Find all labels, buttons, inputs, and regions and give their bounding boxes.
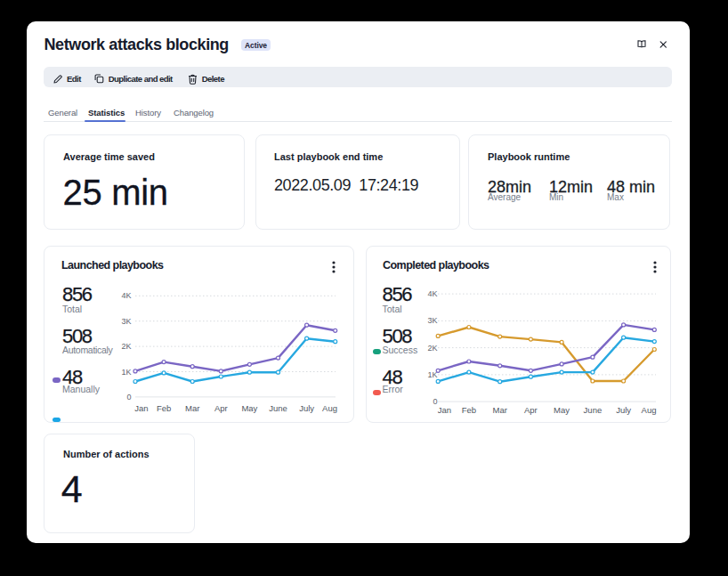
svg-text:Jan: Jan bbox=[134, 403, 148, 413]
svg-text:Apr: Apr bbox=[524, 405, 538, 415]
svg-text:July: July bbox=[616, 405, 631, 415]
svg-text:0: 0 bbox=[433, 397, 437, 406]
svg-text:May: May bbox=[554, 405, 570, 415]
svg-text:Apr: Apr bbox=[214, 403, 228, 413]
svg-text:3K: 3K bbox=[427, 316, 437, 325]
svg-text:4K: 4K bbox=[427, 289, 437, 298]
svg-text:June: June bbox=[269, 403, 287, 413]
svg-text:2K: 2K bbox=[427, 344, 437, 353]
svg-text:Feb: Feb bbox=[157, 403, 171, 413]
svg-text:Jan: Jan bbox=[438, 405, 451, 415]
svg-text:May: May bbox=[241, 403, 257, 413]
svg-text:Aug: Aug bbox=[322, 403, 337, 413]
svg-text:Aug: Aug bbox=[642, 405, 657, 415]
svg-text:1K: 1K bbox=[121, 368, 131, 377]
svg-text:0: 0 bbox=[126, 393, 131, 402]
svg-text:3K: 3K bbox=[121, 317, 131, 326]
svg-text:June: June bbox=[584, 405, 603, 415]
svg-text:Feb: Feb bbox=[462, 405, 476, 415]
svg-text:Mar: Mar bbox=[493, 405, 507, 415]
svg-text:4K: 4K bbox=[121, 291, 131, 300]
svg-text:2K: 2K bbox=[121, 342, 131, 351]
svg-text:Mar: Mar bbox=[185, 403, 199, 413]
svg-text:July: July bbox=[299, 403, 314, 413]
